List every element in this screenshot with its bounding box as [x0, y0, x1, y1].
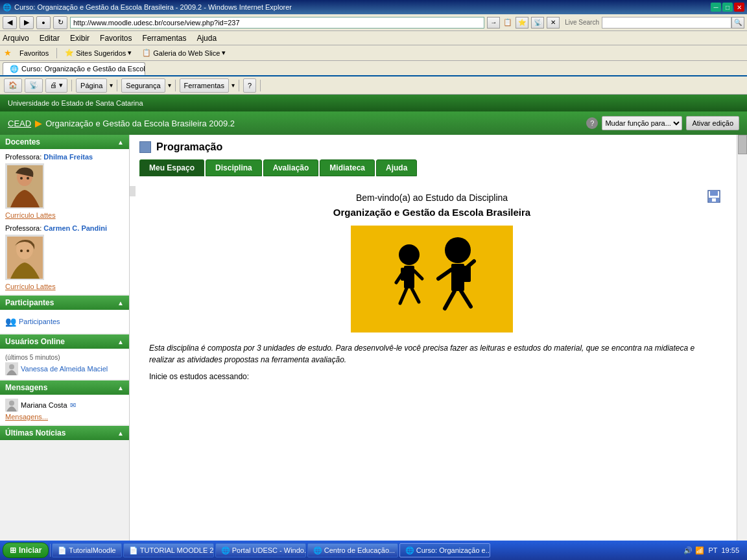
menu-ferramentas[interactable]: Ferramentas [142, 34, 186, 43]
browser-content: Universidade do Estado de Santa Catarina… [0, 95, 747, 541]
taskbar-item-2[interactable]: 🌐 Portal UDESC - Windo... [215, 543, 306, 557]
refresh-addr-button[interactable]: ⭐ [516, 17, 528, 29]
sidebar-header-usuarios[interactable]: Usuários Online ▲ [0, 334, 129, 349]
content-tabs: Meu Espaço Disciplina Avaliação Midiatec… [139, 159, 737, 176]
course-breadcrumb: CEAD ▶ Organização e Gestão da Escola Br… [0, 111, 747, 135]
tab-avaliacao[interactable]: Avaliação [263, 159, 319, 176]
message-user-photo [5, 399, 18, 412]
sidebar-header-docentes[interactable]: Docentes ▲ [0, 135, 129, 149]
online-user[interactable]: Vanessa de Almeida Maciel [5, 362, 124, 375]
address-input[interactable] [70, 17, 484, 29]
tab-meu-espaco[interactable]: Meu Espaço [139, 159, 204, 176]
sidebar-header-noticias[interactable]: Últimas Notícias ▲ [0, 426, 129, 440]
sidebar-mensagens-body: Mariana Costa ✉ Mensagens... [0, 395, 129, 425]
network-icon: 🔊 [683, 546, 693, 555]
save-icon-button[interactable] [707, 189, 721, 207]
sidebar-noticias-arrow: ▲ [117, 430, 124, 437]
start-button[interactable]: ⊞ Iniciar [3, 542, 49, 558]
sidebar-participantes-arrow: ▲ [117, 299, 124, 307]
sidebar-usuarios-body: (últimos 5 minutos) Vanessa de Almeida M… [0, 349, 129, 379]
ajuda-button[interactable]: ? [243, 78, 256, 93]
volume-icon: 📶 [695, 546, 704, 555]
taskbar-icon-2: 🌐 [221, 546, 230, 555]
taskbar: ⊞ Iniciar 📄 TutorialMoodle 📄 TUTORIAL MO… [0, 541, 747, 560]
sidebar-header-participantes[interactable]: Participantes ▲ [0, 296, 129, 310]
walking-illustration [351, 226, 513, 332]
professor-1-photo [7, 165, 43, 207]
toolbar-separator-2 [117, 80, 117, 91]
go-button[interactable]: → [487, 17, 500, 29]
title-bar-controls[interactable]: ─ □ ✕ [711, 3, 744, 12]
svg-point-27 [445, 237, 471, 263]
ie-toolbar: 🏠 📡 🖨 ▾ Página ▾ Segurança ▾ Ferramentas… [0, 76, 747, 95]
menu-favoritos[interactable]: Favoritos [100, 34, 132, 43]
tab-curso[interactable]: 🌐 Curso: Organização e Gestão da Escola … [3, 62, 145, 75]
menu-arquivo[interactable]: Arquivo [3, 34, 29, 43]
sidebar-mensagens-arrow: ▲ [117, 384, 124, 391]
seguranca-button[interactable]: Segurança [121, 78, 165, 93]
professor-2-name[interactable]: Carmen C. Pandini [43, 224, 107, 232]
inicie-text: Inicie os estudos acessando: [149, 372, 715, 381]
taskbar-sys-icons: 🔊 📶 [683, 546, 704, 555]
messages-link[interactable]: Mensagens... [5, 413, 124, 421]
toolbar-separator-3 [175, 80, 176, 91]
svg-rect-16 [710, 191, 718, 196]
svg-rect-18 [712, 198, 716, 202]
tab-midiateca[interactable]: Midiateca [320, 159, 375, 176]
sidebar-header-mensagens[interactable]: Mensagens ▲ [0, 380, 129, 395]
breadcrumb-home[interactable]: CEAD [8, 119, 31, 128]
taskbar-item-0[interactable]: 📄 TutorialMoodle [52, 543, 121, 557]
close-button[interactable]: ✕ [734, 3, 744, 12]
scrollbar[interactable] [737, 135, 747, 541]
windows-logo: ⊞ [10, 546, 16, 555]
svg-point-4 [27, 177, 29, 180]
professor-2-label: Professora: Carmen C. Pandini [5, 224, 124, 232]
professor-1-name[interactable]: Dhilma Freitas [43, 153, 93, 161]
search-area: Live Search 🔍 [565, 17, 744, 29]
description-text: Esta disciplina é composta por 3 unidade… [149, 342, 715, 366]
tab-ajuda[interactable]: Ajuda [376, 159, 417, 176]
professor-1-prefix: Professora: [5, 153, 42, 161]
participantes-link[interactable]: 👥 Participantes [5, 314, 124, 329]
forward-button[interactable]: ▶ [19, 16, 34, 29]
taskbar-icon-0: 📄 [58, 546, 67, 555]
add-feed-button[interactable]: 📡 [531, 17, 544, 29]
refresh-button[interactable]: ↻ [53, 16, 67, 29]
toolbar-separator-4 [239, 80, 239, 91]
help-icon[interactable]: ? [586, 117, 598, 129]
professor-2-curriculum-link[interactable]: Currículo Lattes [5, 283, 124, 290]
stop-addr-button[interactable]: ✕ [547, 17, 560, 29]
sidebar-section-mensagens: Mensagens ▲ Marian [0, 380, 129, 425]
maximize-button[interactable]: □ [722, 3, 733, 12]
search-button[interactable]: 🔍 [731, 17, 744, 29]
window-icon: 🌐 [3, 3, 12, 12]
message-item[interactable]: Mariana Costa ✉ [5, 399, 124, 412]
ferramentas-button[interactable]: Ferramentas [180, 78, 229, 93]
menu-editar[interactable]: Editar [40, 34, 60, 43]
feeds-button[interactable]: 📡 [25, 78, 43, 93]
activate-button[interactable]: Ativar edição [686, 116, 739, 130]
role-select[interactable]: Mudar função para... [602, 116, 682, 130]
fav-sites-sugeridos[interactable]: ⭐ Sites Sugeridos ▾ [62, 47, 134, 58]
professor-2-avatar [5, 235, 44, 280]
favorites-button[interactable]: Favoritos [17, 48, 51, 58]
minimize-button[interactable]: ─ [711, 3, 721, 12]
sidebar-docentes-label: Docentes [5, 137, 40, 146]
taskbar-item-4[interactable]: 🌐 Curso: Organização e... [399, 543, 490, 557]
sidebar-section-participantes: Participantes ▲ 👥 Participantes [0, 296, 129, 333]
pagina-button[interactable]: Página [76, 78, 107, 93]
taskbar-item-3[interactable]: 🌐 Centro de Educação... [307, 543, 398, 557]
section-content: Bem-vindo(a) ao Estudo da Disciplina Org… [139, 186, 724, 388]
stop-button[interactable]: ● [36, 16, 51, 29]
fav-galeria[interactable]: 📋 Galeria do Web Slice ▾ [139, 47, 228, 58]
taskbar-item-1[interactable]: 📄 TUTORIAL MOODLE 2... [123, 543, 214, 557]
back-button[interactable]: ◀ [3, 16, 17, 29]
print-button[interactable]: 🖨 ▾ [45, 78, 67, 93]
search-input[interactable] [602, 17, 731, 29]
professor-1-curriculum-link[interactable]: Currículo Lattes [5, 211, 124, 219]
home-button[interactable]: 🏠 [4, 78, 22, 93]
tab-disciplina[interactable]: Disciplina [206, 159, 262, 176]
compat-icon[interactable]: 📋 [503, 18, 513, 28]
menu-exibir[interactable]: Exibir [70, 34, 89, 43]
menu-ajuda[interactable]: Ajuda [196, 34, 217, 43]
